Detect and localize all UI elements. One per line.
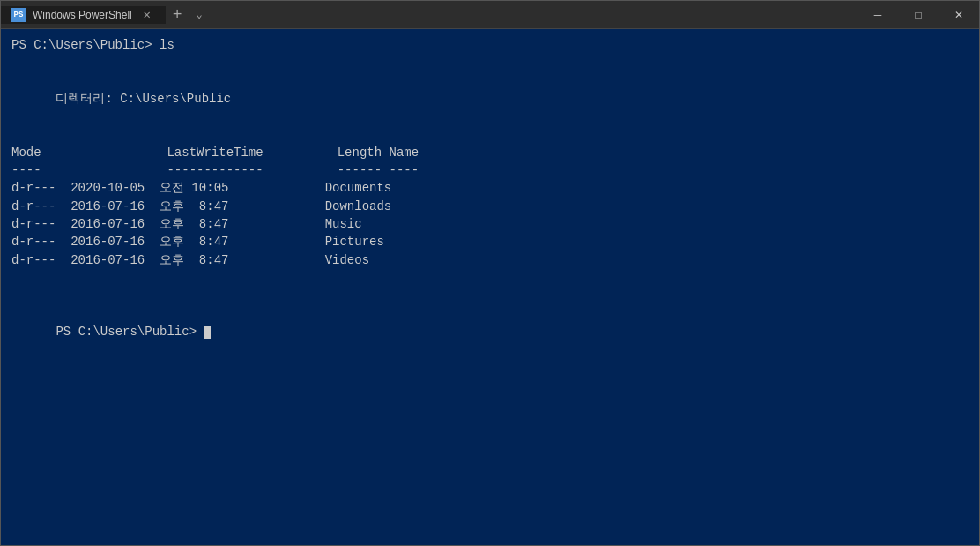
close-button[interactable]: ✕: [939, 1, 979, 29]
table-row: d-r--- 2016-07-16 오후 8:47 Pictures: [11, 233, 969, 251]
powershell-window: PS Windows PowerShell ✕ + ⌄ ─ □ ✕ PS C:\…: [0, 0, 980, 546]
blank-line-4: [11, 287, 969, 304]
header-line: Mode LastWriteTime Length Name: [11, 144, 969, 161]
titlebar: PS Windows PowerShell ✕ + ⌄ ─ □ ✕: [1, 1, 979, 29]
blank-line-2: [11, 125, 969, 143]
tab-close-button[interactable]: ✕: [139, 7, 155, 23]
table-row: d-r--- 2020-10-05 오전 10:05 Documents: [11, 179, 969, 197]
prompt-line-2: PS C:\Users\Public>: [11, 304, 969, 358]
tab-label: Windows PowerShell: [33, 9, 132, 21]
terminal-body[interactable]: PS C:\Users\Public> ls 디렉터리: C:\Users\Pu…: [1, 29, 979, 545]
cursor: [204, 326, 211, 339]
maximize-button[interactable]: □: [898, 1, 939, 29]
active-tab[interactable]: PS Windows PowerShell ✕: [1, 6, 166, 24]
tab-dropdown-button[interactable]: ⌄: [189, 6, 210, 24]
powershell-icon: PS: [11, 8, 26, 22]
window-controls: ─ □ ✕: [858, 1, 979, 29]
table-row: d-r--- 2016-07-16 오후 8:47 Downloads: [11, 198, 969, 215]
table-row: d-r--- 2016-07-16 오후 8:47 Music: [11, 215, 969, 233]
separator-line: ---- ------------- ------ ----: [11, 161, 969, 179]
minimize-button[interactable]: ─: [858, 1, 898, 29]
command-line-1: PS C:\Users\Public> ls: [11, 36, 969, 54]
directory-line: 디렉터리: C:\Users\Public: [11, 72, 969, 126]
new-tab-button[interactable]: +: [166, 6, 189, 24]
tab-area: PS Windows PowerShell ✕ + ⌄: [1, 6, 858, 24]
table-row: d-r--- 2016-07-16 오후 8:47 Videos: [11, 251, 969, 269]
blank-line-3: [11, 269, 969, 287]
directory-rows: d-r--- 2020-10-05 오전 10:05 Documentsd-r-…: [11, 179, 969, 268]
blank-line-1: [11, 54, 969, 71]
